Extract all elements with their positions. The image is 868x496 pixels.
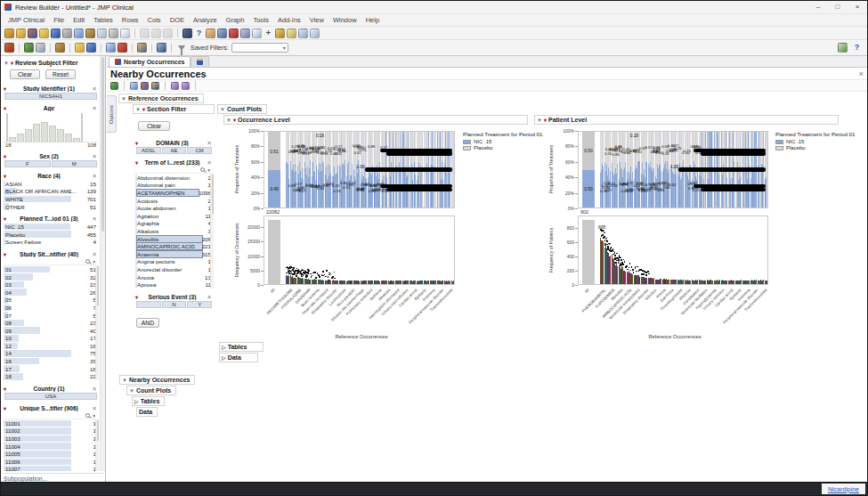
- list-scrollbar[interactable]: [95, 419, 99, 471]
- menu-cols[interactable]: Cols: [143, 16, 166, 24]
- patient-proportion-chart[interactable]: 0.500.500.810.570.440.670.570.440.620.44…: [578, 131, 768, 208]
- list-scrollbar[interactable]: [210, 174, 214, 289]
- filter-item[interactable]: OTHER51: [4, 203, 98, 211]
- patient-frequency-chart[interactable]: 695: [578, 215, 768, 285]
- filter-item[interactable]: 110021: [4, 427, 98, 435]
- filter-item[interactable]: 0940: [4, 327, 98, 335]
- filter-item[interactable]: WHITE701: [4, 195, 98, 203]
- nicardipine-link[interactable]: Nicardipine: [828, 486, 859, 492]
- save-review-icon[interactable]: [86, 43, 96, 53]
- filter-value-button[interactable]: Y: [187, 301, 212, 308]
- filter-item[interactable]: 0232: [4, 273, 98, 281]
- menu-help[interactable]: Help: [361, 16, 384, 24]
- filter-item[interactable]: Anorectal disorder1: [135, 265, 213, 273]
- undo-icon[interactable]: [140, 28, 150, 38]
- legend-entry[interactable]: NIC .15: [775, 139, 857, 144]
- search-options-icon[interactable]: ▾: [207, 167, 210, 173]
- outline-tables[interactable]: ▷Tables: [219, 342, 264, 352]
- remove-filter-icon[interactable]: ×: [92, 173, 97, 179]
- lock-icon[interactable]: [109, 28, 118, 38]
- occurrence-proportion-chart[interactable]: 0.510.490.570.170.860.490.860.490.510.57…: [264, 131, 455, 208]
- filter-item[interactable]: Placebo455: [4, 231, 98, 239]
- menu-graph[interactable]: Graph: [222, 16, 249, 24]
- filter-value-button[interactable]: N: [162, 301, 187, 308]
- menu-window[interactable]: Window: [329, 16, 361, 24]
- maximize-button[interactable]: □: [828, 1, 848, 13]
- data-table-icon[interactable]: [130, 82, 138, 90]
- search-icon[interactable]: [85, 413, 90, 418]
- menu-view[interactable]: View: [305, 16, 329, 24]
- filter-item[interactable]: 1475: [4, 350, 98, 358]
- filter-item[interactable]: Agraphia4: [135, 220, 213, 228]
- menu-tables[interactable]: Tables: [89, 16, 118, 24]
- menu-doe[interactable]: DOE: [166, 16, 189, 24]
- help-icon[interactable]: ?: [852, 43, 862, 53]
- grabber-tool-icon[interactable]: [217, 28, 227, 38]
- panel-collapse-icon[interactable]: ▼: [4, 61, 9, 66]
- filter-item[interactable]: 0323: [4, 281, 98, 289]
- filter-value-button[interactable]: F: [4, 160, 51, 167]
- menu-add-ins[interactable]: Add-Ins: [273, 16, 305, 24]
- outline-nearby-occurrences[interactable]: ▼Nearby Occurrences: [119, 375, 195, 385]
- filter-item[interactable]: 110061: [4, 458, 98, 466]
- search-icon[interactable]: [120, 28, 130, 38]
- comment-icon[interactable]: [171, 82, 179, 90]
- menu-icon[interactable]: ▾: [233, 117, 236, 123]
- filter-value-button[interactable]: AE: [162, 147, 187, 154]
- chart-window-icon[interactable]: [137, 43, 147, 53]
- disclosure-icon[interactable]: ▷: [134, 398, 139, 404]
- outline-reference-occurrences[interactable]: ▼Reference Occurrences: [118, 94, 204, 103]
- filter-item[interactable]: ASIAN15: [4, 180, 98, 188]
- age-histogram[interactable]: [4, 112, 98, 142]
- filter-item[interactable]: Anaemia315: [135, 250, 213, 258]
- add-analysis-icon[interactable]: [24, 43, 34, 53]
- disclosure-icon[interactable]: ▼: [129, 388, 134, 394]
- tab-nearby-occurrences[interactable]: Nearby Occurrences: [109, 56, 191, 67]
- outline-tables[interactable]: ▷Tables: [132, 396, 165, 406]
- menu-edit[interactable]: Edit: [69, 16, 89, 24]
- workflow-icon[interactable]: [838, 43, 848, 53]
- lasso-tool-icon[interactable]: [240, 28, 250, 38]
- filter-item[interactable]: Angina pectoris1: [135, 258, 213, 266]
- filter-value-button[interactable]: USA: [4, 393, 97, 400]
- hand-tool-icon[interactable]: [206, 28, 215, 38]
- filter-value-button[interactable]: NICSAH1: [4, 93, 97, 100]
- box-tool-icon[interactable]: [298, 28, 308, 38]
- filter-item[interactable]: 110041: [4, 443, 98, 451]
- outline-data[interactable]: ▷Data: [219, 353, 258, 362]
- open-icon[interactable]: [39, 28, 49, 38]
- review-window-icon[interactable]: [4, 43, 14, 53]
- save-icon[interactable]: [51, 28, 61, 38]
- disclosure-icon[interactable]: ▼: [122, 378, 127, 383]
- section-filter-clear-button[interactable]: Clear: [138, 121, 170, 131]
- filter-item[interactable]: 0151: [4, 265, 98, 273]
- redo-icon[interactable]: [151, 28, 161, 38]
- magnifier-tool-icon[interactable]: [252, 28, 262, 38]
- filter-item[interactable]: 110051: [4, 450, 98, 458]
- filter-item[interactable]: Acidosis2: [135, 197, 213, 205]
- and-button[interactable]: AND: [136, 318, 159, 328]
- subpopulation-link[interactable]: Subpopulation...: [4, 473, 103, 482]
- outline-count-plots[interactable]: ▼Count Plots: [217, 104, 267, 114]
- filter-item[interactable]: Anoxia13: [135, 273, 213, 281]
- remove-filter-icon[interactable]: ×: [207, 294, 212, 300]
- filter-item[interactable]: Screen Failure4: [4, 239, 98, 247]
- filter-value-button[interactable]: CM: [187, 147, 212, 154]
- outline-section-filter[interactable]: ▼▾Section Filter: [133, 104, 215, 114]
- help-tool-icon[interactable]: ?: [194, 28, 204, 38]
- close-report-icon[interactable]: ×: [859, 69, 868, 78]
- search-icon[interactable]: [200, 167, 205, 172]
- occurrence-frequency-chart[interactable]: [264, 215, 455, 285]
- layout-icon[interactable]: [55, 43, 65, 53]
- disclosure-icon[interactable]: ▷: [222, 354, 226, 361]
- filter-item[interactable]: Apnoea11: [135, 281, 213, 289]
- filter-item[interactable]: 1216: [4, 342, 98, 350]
- disclosure-icon[interactable]: ▷: [222, 344, 226, 350]
- search-icon[interactable]: [85, 259, 90, 264]
- menu-analyze[interactable]: Analyze: [189, 16, 222, 24]
- new-data-table-icon[interactable]: [4, 28, 14, 38]
- outline-patient-level[interactable]: ▼▾Patient Level: [534, 115, 839, 125]
- filter-value-button[interactable]: ADSL: [136, 147, 161, 154]
- journal-icon[interactable]: [97, 28, 107, 38]
- filter-item[interactable]: 055: [4, 297, 98, 305]
